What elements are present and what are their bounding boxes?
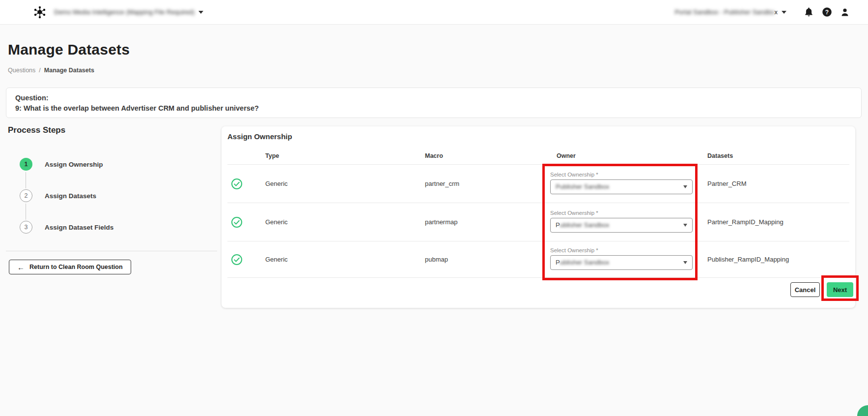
select-ownership-label: Select Ownership * <box>550 172 707 178</box>
check-circle-icon <box>231 216 243 228</box>
chevron-down-icon <box>683 261 687 264</box>
check-circle-icon <box>231 178 243 190</box>
step-connector <box>26 172 26 188</box>
row-dataset: Publisher_RampID_Mapping <box>707 256 849 263</box>
top-navigation-bar: Demo Media Intelligence (Mapping File Re… <box>0 0 868 25</box>
breadcrumb-separator: / <box>39 67 40 74</box>
select-ownership-label: Select Ownership * <box>550 210 707 216</box>
chevron-down-icon <box>198 11 203 14</box>
row-type: Generic <box>265 180 425 187</box>
row-type: Generic <box>265 256 425 263</box>
chevron-down-icon <box>683 224 687 227</box>
step-1-label: Assign Ownership <box>45 161 103 168</box>
question-label: Question: <box>15 93 852 103</box>
arrow-left-icon: ← <box>17 263 25 271</box>
row-macro: pubmap <box>425 256 550 263</box>
table-row: Generic partnermap Select Ownership * Pu… <box>227 203 849 241</box>
help-icon[interactable]: ? <box>821 7 832 18</box>
step-3-circle: 3 <box>20 221 32 234</box>
check-circle-icon <box>231 254 243 266</box>
ownership-value-prefix: P <box>556 221 560 229</box>
row-type: Generic <box>265 218 425 226</box>
breadcrumb-questions-link[interactable]: Questions <box>8 67 35 74</box>
row-macro: partnermap <box>425 218 550 226</box>
app-logo-icon[interactable] <box>32 5 47 20</box>
step-connector <box>26 204 26 220</box>
return-button-label: Return to Clean Room Question <box>29 264 123 270</box>
step-assign-datasets[interactable]: 2 Assign Datasets <box>20 189 96 202</box>
ownership-value: ublisher Sandbox <box>560 221 609 229</box>
question-text: 9: What is the overlap between Advertise… <box>15 103 852 114</box>
panel-footer: Cancel Next <box>222 278 855 297</box>
chevron-down-icon <box>782 11 786 14</box>
page-title: Manage Datasets <box>8 41 130 58</box>
clean-room-selector[interactable]: Demo Media Intelligence (Mapping File Re… <box>54 8 203 16</box>
chevron-down-icon <box>683 185 687 188</box>
row-macro: partner_crm <box>425 180 550 187</box>
table-header-row: Type Macro Owner Datasets <box>227 147 849 165</box>
clean-room-selector-value: Demo Media Intelligence (Mapping File Re… <box>54 8 195 16</box>
step-3-label: Assign Dataset Fields <box>45 224 113 231</box>
table-row: Generic partner_crm Select Ownership * P… <box>227 165 849 203</box>
step-2-label: Assign Datasets <box>45 192 96 200</box>
step-1-circle: 1 <box>20 158 32 171</box>
process-steps-title: Process Steps <box>8 125 65 135</box>
ownership-value-prefix: P <box>556 259 560 266</box>
column-header-macro: Macro <box>425 152 550 159</box>
table-row: Generic pubmap Select Ownership * Publis… <box>227 241 849 278</box>
user-account-icon[interactable] <box>840 7 850 18</box>
assign-ownership-panel: Assign Ownership Type Macro Owner Datase… <box>222 126 855 308</box>
step-2-circle: 2 <box>20 189 32 202</box>
ownership-select[interactable]: Publisher Sandbox <box>550 218 693 233</box>
breadcrumb: Questions / Manage Datasets <box>8 67 94 74</box>
row-dataset: Partner_RampID_Mapping <box>707 218 849 226</box>
ownership-value: ublisher Sandbox <box>560 259 609 266</box>
account-selector[interactable]: Portal Sandbox - Publisher Sandbox <box>674 8 786 16</box>
return-to-clean-room-question-button[interactable]: ← Return to Clean Room Question <box>9 260 131 274</box>
select-ownership-label: Select Ownership * <box>550 247 707 253</box>
left-panel-divider <box>6 251 217 251</box>
account-selector-value: Portal Sandbox - Publisher Sandbo <box>674 8 774 16</box>
ownership-value: Publisher Sandbox <box>556 183 609 190</box>
panel-title: Assign Ownership <box>222 132 855 147</box>
step-assign-dataset-fields[interactable]: 3 Assign Dataset Fields <box>20 221 113 234</box>
column-header-type: Type <box>265 152 425 159</box>
chat-widget-button[interactable] <box>857 405 868 416</box>
breadcrumb-current: Manage Datasets <box>44 67 94 74</box>
row-dataset: Partner_CRM <box>707 180 849 187</box>
column-header-owner: Owner <box>550 152 707 159</box>
notifications-bell-icon[interactable] <box>803 7 814 18</box>
step-assign-ownership[interactable]: 1 Assign Ownership <box>20 158 103 171</box>
column-header-datasets: Datasets <box>707 152 849 159</box>
account-selector-value-suffix: x <box>775 8 778 16</box>
next-button[interactable]: Next <box>827 282 853 297</box>
svg-text:?: ? <box>825 9 828 16</box>
question-card: Question: 9: What is the overlap between… <box>6 88 862 118</box>
ownership-select[interactable]: Publisher Sandbox <box>550 179 693 194</box>
cancel-button[interactable]: Cancel <box>790 282 820 297</box>
molecule-logo-icon <box>33 5 47 19</box>
ownership-select[interactable]: Publisher Sandbox <box>550 255 693 270</box>
